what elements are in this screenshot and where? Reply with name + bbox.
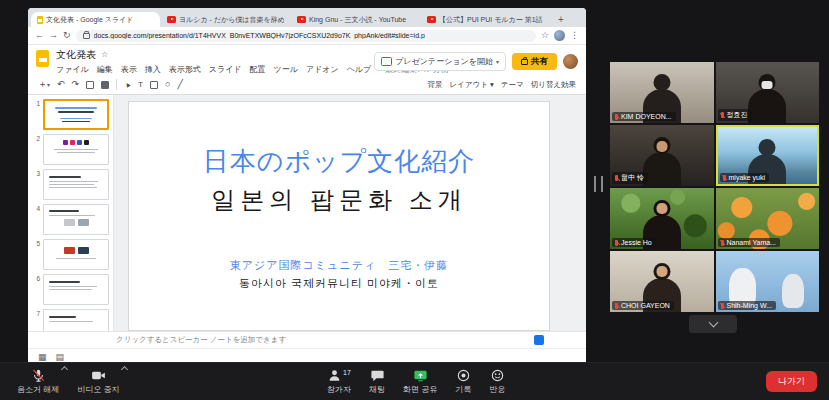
participant-name: Shih-Ming W... — [727, 302, 773, 309]
filmstrip-view-icon[interactable]: ▤ — [56, 352, 65, 362]
reload-icon[interactable]: ↻ — [63, 31, 71, 40]
menu-tools[interactable]: ツール — [274, 64, 298, 75]
slide-title-korean[interactable]: 일본의 팝문화 소개 — [129, 184, 549, 216]
print-button[interactable] — [86, 81, 94, 89]
back-icon[interactable]: ← — [35, 31, 44, 40]
participant-video-grid: KIM DOYEON... 정효진 畠中 怜 miyake yuki Jessi… — [610, 62, 819, 312]
star-document-icon[interactable]: ☆ — [101, 51, 108, 59]
video-tile[interactable]: KIM DOYEON... — [610, 62, 714, 123]
tab-title: ヨルシカ - だから僕は音楽を辞めた (M... — [179, 15, 284, 25]
slide-thumbnail-1[interactable]: 1 — [32, 99, 109, 130]
menu-edit[interactable]: 編集 — [97, 64, 113, 75]
smiley-reactions-icon — [490, 368, 505, 383]
menu-help[interactable]: ヘルプ — [347, 64, 372, 75]
leave-meeting-button[interactable]: 나가기 — [766, 371, 817, 392]
video-tile-active-speaker[interactable]: miyake yuki — [716, 125, 820, 186]
slide-thumbnail-5[interactable]: 5 — [32, 239, 109, 270]
mic-muted-icon — [721, 240, 724, 246]
unmute-button[interactable]: 음소거 해제 — [8, 363, 68, 400]
background-button[interactable]: 背景 — [428, 80, 443, 90]
browser-tab-slides[interactable]: 文化発表 - Google スライド — [31, 12, 160, 27]
participants-count-badge: 17 — [343, 369, 351, 376]
slide-thumbnail-4[interactable]: 4 — [32, 204, 109, 235]
chat-bubble-icon — [370, 368, 385, 383]
slide-thumbnail-7[interactable]: 7 — [32, 309, 109, 331]
menu-arrange[interactable]: 配置 — [250, 64, 266, 75]
participant-nametag: miyake yuki — [720, 173, 770, 182]
video-tile[interactable]: Jessie Ho — [610, 188, 714, 249]
explore-button[interactable] — [534, 335, 544, 345]
mic-muted-icon — [615, 303, 618, 309]
paint-format-button[interactable] — [101, 81, 109, 89]
chevron-up-icon[interactable] — [121, 366, 128, 373]
menu-format[interactable]: 表示形式 — [169, 64, 201, 75]
stop-video-button[interactable]: 비디오 중지 — [68, 363, 128, 400]
browser-menu-icon[interactable]: ⋮ — [570, 31, 579, 40]
control-label: 참가자 — [327, 384, 351, 395]
browser-url-bar: ← → ↻ docs.google.com/presentation/d/1T4… — [28, 27, 586, 45]
browser-tab-youtube-2[interactable]: King Gnu - 三文小説 - YouTube — [291, 12, 420, 27]
share-button[interactable]: 共有 — [512, 53, 557, 70]
panel-resize-handle[interactable] — [594, 176, 603, 192]
record-button[interactable]: 기록 — [446, 363, 480, 400]
undo-button[interactable]: ↶ — [57, 80, 65, 89]
insert-image-button[interactable] — [150, 81, 158, 89]
new-tab-button[interactable]: + — [555, 14, 567, 26]
menu-view[interactable]: 表示 — [121, 64, 137, 75]
zoom-meeting-window: 文化発表 - Google スライド ヨルシカ - だから僕は音楽を辞めた (M… — [0, 0, 829, 400]
document-title[interactable]: 文化発表 — [56, 48, 96, 62]
address-bar[interactable]: docs.google.com/presentation/d/1T4HVVX_B… — [76, 30, 536, 42]
slides-app-icon — [36, 50, 49, 67]
collapse-video-strip-button[interactable] — [689, 315, 737, 333]
mic-muted-icon — [723, 175, 726, 181]
slide-title-japanese[interactable]: 日本のポップ文化紹介 — [129, 144, 549, 179]
menu-addons[interactable]: アドオン — [306, 64, 339, 75]
reactions-button[interactable]: 반응 — [480, 363, 514, 400]
participants-icon — [327, 368, 342, 383]
slide-thumbnail-2[interactable]: 2 — [32, 134, 109, 165]
slide-thumbnail-3[interactable]: 3 — [32, 169, 109, 200]
theme-button[interactable]: テーマ — [501, 80, 524, 90]
video-tile[interactable]: Shih-Ming W... — [716, 251, 820, 312]
layout-button[interactable]: レイアウト ▾ — [450, 80, 494, 90]
slide-subtitle-japanese[interactable]: 東アジア国際コミュニティ 三宅・伊藤 — [129, 258, 549, 273]
participant-nametag: Jessie Ho — [612, 238, 656, 247]
participants-button[interactable]: 17 참가자 — [318, 363, 360, 400]
bookmark-star-icon[interactable]: ☆ — [541, 31, 549, 40]
select-tool-button[interactable]: ▲ — [123, 80, 133, 90]
menu-file[interactable]: ファイル — [56, 64, 89, 75]
control-label: 기록 — [455, 384, 471, 395]
slide-thumbnail-6[interactable]: 6 — [32, 274, 109, 305]
account-avatar[interactable] — [563, 54, 578, 69]
transition-button[interactable]: 切り替え効果 — [531, 80, 576, 90]
browser-tab-youtube-3[interactable]: 【公式】PUI PUI モルカー 第1話「... — [421, 12, 550, 27]
browser-tab-youtube-1[interactable]: ヨルシカ - だから僕は音楽を辞めた (M... — [161, 12, 290, 27]
redo-button[interactable]: ↷ — [72, 80, 80, 89]
chat-button[interactable]: 채팅 — [360, 363, 394, 400]
face-mask — [762, 81, 773, 89]
forward-icon[interactable]: → — [49, 31, 58, 40]
menu-slide[interactable]: スライド — [209, 64, 242, 75]
url-text: docs.google.com/presentation/d/1T4HVVX_B… — [94, 32, 425, 39]
insert-line-button[interactable]: ╱ — [177, 80, 182, 89]
chevron-down-icon — [708, 318, 718, 328]
slide-subtitle-korean[interactable]: 동아시아 국제커뮤니티 미야케・이토 — [129, 276, 549, 291]
speaker-notes[interactable]: クリックするとスピーカー ノートを追加できます — [28, 331, 586, 348]
control-label: 음소거 해제 — [17, 384, 59, 395]
text-box-button[interactable]: T — [138, 81, 143, 89]
share-screen-button[interactable]: 화면 공유 — [394, 363, 446, 400]
video-tile[interactable]: CHOI GAYEON — [610, 251, 714, 312]
participant-name: miyake yuki — [729, 174, 766, 181]
browser-profile-avatar[interactable] — [554, 30, 565, 41]
insert-shape-button[interactable]: ○ — [165, 80, 170, 89]
present-button[interactable]: プレゼンテーションを開始 ▾ — [374, 52, 506, 71]
video-tile[interactable]: 정효진 — [716, 62, 820, 123]
video-tile[interactable]: 畠中 怜 — [610, 125, 714, 186]
video-tile[interactable]: Nanami Yama... — [716, 188, 820, 249]
grid-view-icon[interactable]: ▦ — [38, 352, 47, 362]
mic-muted-icon — [721, 112, 724, 118]
current-slide[interactable]: 日本のポップ文化紹介 일본의 팝문화 소개 東アジア国際コミュニティ 三宅・伊藤… — [128, 101, 550, 331]
chevron-up-icon[interactable] — [61, 366, 68, 373]
new-slide-button[interactable]: ＋▾ — [38, 80, 50, 89]
menu-insert[interactable]: 挿入 — [145, 64, 161, 75]
